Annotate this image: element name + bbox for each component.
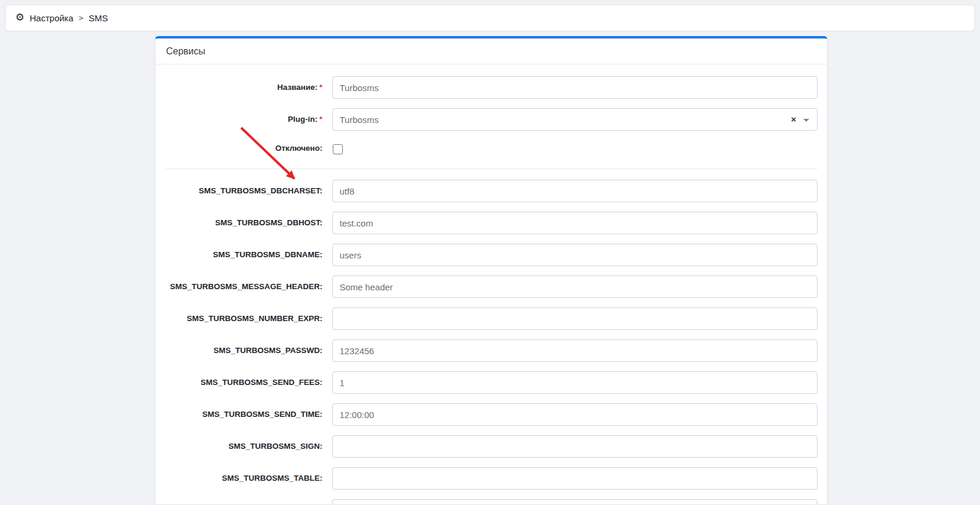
form-row-passwd: SMS_TURBOSMS_PASSWD: — [166, 339, 817, 362]
card-title: Сервисы — [155, 38, 827, 64]
form-row-dbhost: SMS_TURBOSMS_DBHOST: — [166, 212, 817, 234]
breadcrumb-separator: > — [79, 14, 83, 22]
dbhost-label: SMS_TURBOSMS_DBHOST: — [215, 218, 323, 227]
form-row-name: Название:* — [166, 76, 817, 99]
table-label: SMS_TURBOSMS_TABLE: — [222, 474, 323, 483]
name-input[interactable] — [332, 76, 817, 99]
form-row-send-time: SMS_TURBOSMS_SEND_TIME: — [166, 403, 817, 426]
dbname-input[interactable] — [332, 244, 817, 266]
send-fees-label: SMS_TURBOSMS_SEND_FEES: — [200, 378, 322, 387]
breadcrumb: ⚙ Настройка > SMS — [5, 5, 975, 31]
form-row-disabled: Отключено: — [166, 140, 817, 159]
dbcharset-input[interactable] — [332, 180, 817, 202]
name-label: Название: — [277, 83, 317, 92]
message-header-label: SMS_TURBOSMS_MESSAGE_HEADER: — [170, 282, 322, 291]
send-time-input[interactable] — [332, 403, 817, 426]
form-row-number-expr: SMS_TURBOSMS_NUMBER_EXPR: — [166, 307, 817, 330]
breadcrumb-item-settings[interactable]: Настройка — [30, 13, 73, 23]
form-row-dbname: SMS_TURBOSMS_DBNAME: — [166, 244, 817, 266]
chevron-down-icon[interactable] — [803, 119, 809, 122]
gear-icon: ⚙ — [15, 12, 24, 22]
send-fees-input[interactable] — [332, 371, 817, 394]
message-header-input[interactable] — [332, 276, 817, 298]
form-row-send-fees: SMS_TURBOSMS_SEND_FEES: — [166, 371, 817, 394]
form-row-sign: SMS_TURBOSMS_SIGN: — [166, 435, 817, 458]
settings-sms-page: { "breadcrumb": { "section": "Настройка"… — [0, 0, 980, 505]
number-expr-label: SMS_TURBOSMS_NUMBER_EXPR: — [187, 314, 323, 323]
passwd-input[interactable] — [332, 339, 817, 362]
form-row-partial — [166, 499, 817, 505]
plugin-select[interactable]: Turbosms × — [332, 108, 817, 131]
plugin-select-value: Turbosms — [340, 115, 379, 125]
plugin-label: Plug-in: — [288, 115, 317, 124]
disabled-label: Отключено: — [275, 144, 323, 153]
required-marker: * — [319, 115, 322, 124]
form-row-dbcharset: SMS_TURBOSMS_DBCHARSET: — [166, 180, 817, 202]
section-divider — [166, 169, 817, 169]
form-row-message-header: SMS_TURBOSMS_MESSAGE_HEADER: — [166, 276, 817, 298]
dbname-label: SMS_TURBOSMS_DBNAME: — [213, 250, 322, 259]
dbcharset-label: SMS_TURBOSMS_DBCHARSET: — [199, 186, 322, 195]
services-card: Сервисы Название:* Plug-in:* Turbosms × — [155, 36, 828, 505]
services-form: Название:* Plug-in:* Turbosms × Отключ — [155, 64, 827, 505]
partial-input[interactable] — [332, 499, 817, 505]
table-input[interactable] — [332, 467, 817, 490]
clear-icon[interactable]: × — [791, 114, 796, 125]
sign-input[interactable] — [332, 435, 817, 458]
send-time-label: SMS_TURBOSMS_SEND_TIME: — [202, 410, 322, 419]
form-row-plugin: Plug-in:* Turbosms × — [166, 108, 817, 131]
passwd-label: SMS_TURBOSMS_PASSWD: — [213, 346, 322, 355]
number-expr-input[interactable] — [332, 307, 817, 330]
dbhost-input[interactable] — [332, 212, 817, 234]
form-row-table: SMS_TURBOSMS_TABLE: — [166, 467, 817, 490]
required-marker: * — [319, 83, 322, 92]
breadcrumb-item-sms: SMS — [89, 13, 108, 23]
disabled-checkbox[interactable] — [333, 144, 343, 154]
sign-label: SMS_TURBOSMS_SIGN: — [228, 442, 322, 451]
